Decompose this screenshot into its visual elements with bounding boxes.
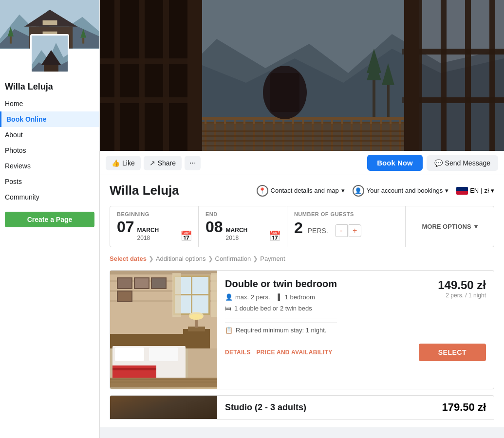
room-details-1: Double or twin bedroom 👤 max. 2 pers. ▌ …	[217, 271, 494, 389]
send-message-label: Send Message	[445, 159, 490, 167]
more-options-cell[interactable]: MORE OPTIONS ▾	[406, 206, 494, 247]
pers-label: PERS.	[308, 227, 328, 235]
room-title-2-partial: Studio (2 - 3 adults)	[225, 402, 306, 413]
svg-rect-31	[100, 97, 197, 103]
svg-rect-16	[44, 65, 58, 73]
step-additional-options[interactable]: Additional options	[156, 255, 206, 262]
svg-rect-33	[441, 0, 447, 151]
sidebar-item-photos[interactable]: Photos	[0, 143, 99, 158]
sidebar-item-book-online[interactable]: Book Online	[0, 111, 99, 127]
left-actions: 👍 Like ↗ Share ···	[106, 156, 363, 170]
room-price-2-partial: 179.50 zł	[442, 401, 486, 414]
bedroom-label: 1 bedroom	[285, 293, 315, 301]
sidebar-item-community[interactable]: Community	[0, 189, 99, 205]
svg-rect-68	[202, 145, 407, 146]
end-date-label: END	[205, 211, 280, 217]
room-card-2-partial: Studio (2 - 3 adults) 179.50 zł	[110, 395, 494, 420]
svg-rect-105	[110, 382, 217, 383]
end-date-cell[interactable]: END 08 MARCH 2018 📅	[199, 206, 287, 247]
account-label: Your account and bookings	[367, 187, 443, 194]
more-icon: ···	[189, 159, 196, 167]
max-persons: 👤 max. 2 pers.	[225, 293, 270, 301]
select-button-1[interactable]: SELECT	[419, 344, 486, 361]
min-stay-text: Required minimum stay: 1 night.	[236, 327, 326, 334]
svg-rect-89	[117, 291, 132, 302]
start-date-label: BEGINNING	[117, 211, 191, 217]
svg-rect-7	[43, 20, 57, 25]
svg-rect-69	[187, 0, 202, 151]
message-icon: 💬	[434, 159, 443, 167]
lang-code: EN	[470, 187, 479, 194]
end-day: 08	[205, 219, 223, 235]
min-stay: 📋 Required minimum stay: 1 night.	[225, 322, 337, 338]
start-month: MARCH	[137, 227, 159, 235]
flag-icon	[456, 187, 468, 195]
max-persons-label: max. 2 pers.	[235, 293, 270, 301]
steps-nav: Select dates ❯ Additional options ❯ Conf…	[110, 255, 494, 262]
step-confirmation[interactable]: Confirmation	[215, 255, 251, 262]
svg-rect-8	[10, 36, 12, 44]
svg-rect-99	[149, 347, 178, 361]
person-icon: 👤	[225, 293, 233, 301]
bed-type: 1 double bed or 2 twin beds	[234, 305, 312, 312]
svg-rect-66	[202, 135, 407, 137]
start-calendar-icon: 📅	[180, 230, 192, 242]
guests-cell: NUMBER OF GUESTS 2 PERS. - +	[287, 206, 406, 247]
step-payment[interactable]: Payment	[260, 255, 285, 262]
room-card-1: Double or twin bedroom 👤 max. 2 pers. ▌ …	[110, 270, 494, 389]
send-message-button[interactable]: 💬 Send Message	[427, 155, 498, 171]
availability-link[interactable]: PRICE AND AVAILABILITY	[257, 349, 333, 356]
svg-rect-29	[163, 0, 169, 151]
svg-rect-65	[202, 130, 407, 132]
share-button[interactable]: ↗ Share	[144, 156, 182, 170]
svg-rect-28	[139, 0, 145, 151]
svg-rect-40	[202, 122, 407, 124]
svg-rect-67	[202, 140, 407, 142]
contact-details-link[interactable]: 📍 Contact details and map ▾	[257, 185, 345, 197]
svg-rect-73	[110, 271, 217, 274]
svg-rect-86	[117, 278, 132, 289]
svg-rect-70	[404, 0, 419, 151]
language-selector[interactable]: EN | zł ▾	[456, 187, 494, 195]
create-page-button[interactable]: Create a Page	[5, 212, 94, 227]
start-month-year: MARCH 2018	[137, 227, 159, 242]
like-icon: 👍	[112, 159, 120, 167]
min-stay-icon: 📋	[225, 327, 233, 334]
sidebar-item-home[interactable]: Home	[0, 96, 99, 111]
more-options-chevron: ▾	[474, 223, 478, 230]
end-month-year: MARCH 2018	[226, 227, 248, 242]
action-bar: 👍 Like ↗ Share ··· Book Now 💬 Send Messa…	[100, 151, 504, 175]
account-link[interactable]: 👤 Your account and bookings ▾	[353, 185, 448, 197]
sidebar-item-about[interactable]: About	[0, 127, 99, 143]
sidebar-item-reviews[interactable]: Reviews	[0, 158, 99, 174]
lang-separator: |	[481, 187, 482, 194]
svg-rect-87	[134, 278, 149, 289]
hero-image	[100, 0, 504, 151]
profile-section	[0, 0, 99, 73]
end-month: MARCH	[226, 227, 248, 235]
price-sub-1: 2 pers. / 1 night	[438, 292, 486, 299]
svg-rect-39	[202, 117, 407, 120]
property-header: Willa Leluja 📍 Contact details and map ▾…	[110, 183, 494, 198]
svg-rect-64	[202, 124, 407, 151]
step-arrow-1: ❯	[149, 255, 154, 262]
svg-rect-88	[151, 278, 166, 289]
decrease-guests-button[interactable]: -	[335, 224, 348, 237]
start-day: 07	[117, 219, 134, 235]
increase-guests-button[interactable]: +	[349, 224, 361, 237]
more-options-label: MORE OPTIONS	[422, 223, 471, 230]
like-button[interactable]: 👍 Like	[106, 156, 141, 170]
start-date-cell[interactable]: BEGINNING 07 MARCH 2018 📅	[110, 206, 199, 247]
details-link[interactable]: DETAILS	[225, 349, 251, 356]
svg-rect-104	[110, 379, 217, 380]
step-select-dates[interactable]: Select dates	[110, 255, 147, 262]
more-button[interactable]: ···	[185, 156, 201, 170]
sidebar-nav: Home Book Online About Photos Reviews Po…	[0, 94, 99, 207]
room-card-2-preview: Studio (2 - 3 adults) 179.50 zł	[217, 396, 494, 419]
guests-value: 2 PERS. - +	[294, 219, 398, 237]
room-meta-1: 👤 max. 2 pers. ▌ 1 bedroom	[225, 293, 337, 301]
room-price-1: 149.50 zł 2 pers. / 1 night	[438, 278, 486, 299]
room-info-1: Double or twin bedroom 👤 max. 2 pers. ▌ …	[225, 278, 337, 338]
sidebar-item-posts[interactable]: Posts	[0, 174, 99, 189]
book-now-button[interactable]: Book Now	[367, 155, 422, 171]
